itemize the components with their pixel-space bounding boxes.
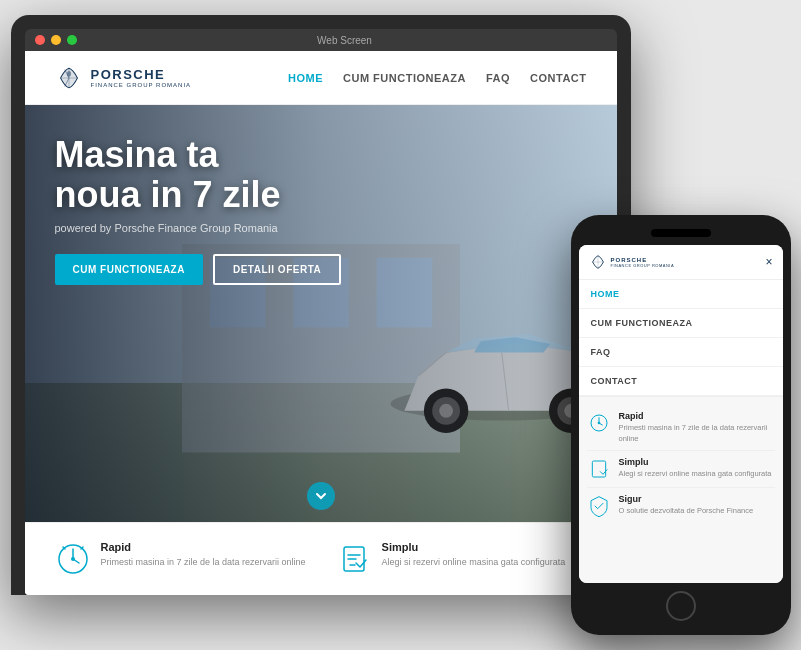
detalii-oferta-button[interactable]: DETALII OFERTA <box>213 254 341 285</box>
mobile-feature-simplu-desc: Alegi si rezervi online masina gata conf… <box>619 469 772 480</box>
mobile-nav-faq[interactable]: FAQ <box>579 338 783 367</box>
laptop-body: Web Screen <box>11 15 631 595</box>
website: PORSCHE FINANCE GROUP ROMANIA HOME CUM F… <box>25 51 617 595</box>
chevron-down-icon <box>315 490 327 502</box>
hero-section: 1912|BD Masina tanoua in 7 zile p <box>25 105 617 522</box>
mobile-feature-rapid-text: Rapid Primesti masina in 7 zile de la da… <box>619 411 775 444</box>
feature-rapid-title: Rapid <box>101 541 306 553</box>
hero-content: Masina tanoua in 7 zile powered by Porsc… <box>25 105 617 315</box>
mobile-rapid-icon <box>587 411 611 435</box>
mobile-feature-simplu-title: Simplu <box>619 457 772 467</box>
mobile-feature-sigur-desc: O solutie dezvoltata de Porsche Finance <box>619 506 754 517</box>
mobile-feature-rapid-title: Rapid <box>619 411 775 421</box>
svg-rect-34 <box>592 461 605 477</box>
porsche-logo-icon <box>55 64 83 92</box>
svg-point-28 <box>71 557 75 561</box>
feature-rapid-text: Rapid Primesti masina in 7 zile de la da… <box>101 541 306 569</box>
feature-rapid-desc: Primesti masina in 7 zile de la data rez… <box>101 556 306 569</box>
laptop: Web Screen <box>11 15 631 595</box>
mobile-nav-cum[interactable]: CUM FUNCTIONEAZA <box>579 309 783 338</box>
hero-buttons: CUM FUNCTIONEAZA DETALII OFERTA <box>55 254 587 285</box>
mobile-feature-sigur-text: Sigur O solutie dezvoltata de Porsche Fi… <box>619 494 754 517</box>
rapid-icon <box>55 541 91 577</box>
scene: Web Screen <box>11 15 791 635</box>
feature-rapid: Rapid Primesti masina in 7 zile de la da… <box>55 541 306 577</box>
logo-subtitle: FINANCE GROUP ROMANIA <box>91 82 192 88</box>
site-nav: HOME CUM FUNCTIONEAZA FAQ CONTACT <box>288 72 586 84</box>
mobile-device: PORSCHE FINANCE GROUP ROMANIA × HOME CUM… <box>571 215 791 635</box>
mobile-feature-rapid: Rapid Primesti masina in 7 zile de la da… <box>587 405 775 451</box>
logo-name: PORSCHE <box>91 67 192 82</box>
mobile-features: Rapid Primesti masina in 7 zile de la da… <box>579 397 783 583</box>
minimize-dot[interactable] <box>51 35 61 45</box>
feature-simplu-text: Simplu Alegi si rezervi online masina ga… <box>382 541 566 569</box>
laptop-titlebar: Web Screen <box>25 29 617 51</box>
feature-simplu: Simplu Alegi si rezervi online masina ga… <box>336 541 566 577</box>
cum-functioneaza-button[interactable]: CUM FUNCTIONEAZA <box>55 254 203 285</box>
nav-contact[interactable]: CONTACT <box>530 72 586 84</box>
mobile-porsche-logo <box>589 253 607 271</box>
mobile-feature-sigur-title: Sigur <box>619 494 754 504</box>
window-title: Web Screen <box>83 35 607 46</box>
laptop-screen: PORSCHE FINANCE GROUP ROMANIA HOME CUM F… <box>25 51 617 595</box>
mobile-header: PORSCHE FINANCE GROUP ROMANIA × <box>579 245 783 280</box>
svg-point-0 <box>66 71 70 77</box>
mobile-screen: PORSCHE FINANCE GROUP ROMANIA × HOME CUM… <box>579 245 783 583</box>
mobile-feature-simplu: Simplu Alegi si rezervi online masina ga… <box>587 451 775 488</box>
mobile-notch <box>651 229 711 237</box>
mobile-home-button[interactable] <box>666 591 696 621</box>
mobile-nav-home[interactable]: HOME <box>579 280 783 309</box>
hero-title: Masina tanoua in 7 zile <box>55 135 587 214</box>
logo-text-group: PORSCHE FINANCE GROUP ROMANIA <box>91 67 192 88</box>
close-dot[interactable] <box>35 35 45 45</box>
mobile-simplu-icon <box>587 457 611 481</box>
site-header: PORSCHE FINANCE GROUP ROMANIA HOME CUM F… <box>25 51 617 105</box>
feature-simplu-title: Simplu <box>382 541 566 553</box>
mobile-feature-sigur: Sigur O solutie dezvoltata de Porsche Fi… <box>587 488 775 524</box>
nav-faq[interactable]: FAQ <box>486 72 510 84</box>
mobile-feature-simplu-text: Simplu Alegi si rezervi online masina ga… <box>619 457 772 480</box>
features-section: Rapid Primesti masina in 7 zile de la da… <box>25 522 617 595</box>
nav-home[interactable]: HOME <box>288 72 323 84</box>
mobile-feature-rapid-desc: Primesti masina in 7 zile de la data rez… <box>619 423 775 444</box>
maximize-dot[interactable] <box>67 35 77 45</box>
svg-point-33 <box>597 422 600 425</box>
mobile-nav-contact[interactable]: CONTACT <box>579 367 783 396</box>
scroll-down-button[interactable] <box>307 482 335 510</box>
hero-subtitle: powered by Porsche Finance Group Romania <box>55 222 587 234</box>
simplu-icon <box>336 541 372 577</box>
feature-simplu-desc: Alegi si rezervi online masina gata conf… <box>382 556 566 569</box>
mobile-close-button[interactable]: × <box>765 255 772 269</box>
logo-area: PORSCHE FINANCE GROUP ROMANIA <box>55 64 192 92</box>
mobile-sigur-icon <box>587 494 611 518</box>
mobile-logo: PORSCHE FINANCE GROUP ROMANIA <box>589 253 675 271</box>
nav-cum-functioneaza[interactable]: CUM FUNCTIONEAZA <box>343 72 466 84</box>
mobile-logo-subtitle: FINANCE GROUP ROMANIA <box>611 263 675 268</box>
mobile-nav: HOME CUM FUNCTIONEAZA FAQ CONTACT <box>579 280 783 397</box>
mobile-body: PORSCHE FINANCE GROUP ROMANIA × HOME CUM… <box>571 215 791 635</box>
